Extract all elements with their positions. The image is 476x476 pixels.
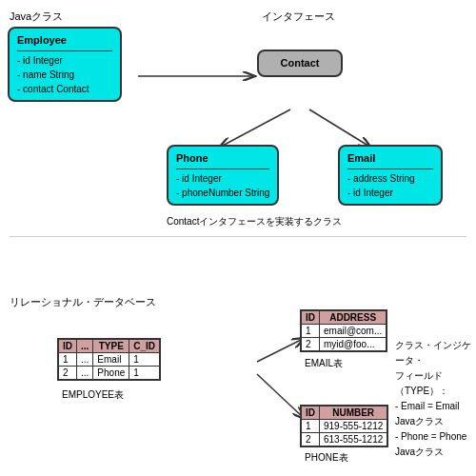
- table-row: 2 613-555-1212: [302, 433, 387, 446]
- phone-r2-c1: 2: [302, 433, 320, 446]
- email-r1-c1: 1: [302, 325, 320, 338]
- phone-th-1: ID: [302, 407, 320, 420]
- phone-field-1: - id Integer: [176, 171, 269, 186]
- email-field-1: - address String: [347, 171, 433, 186]
- emp-r2-c2: ...: [77, 367, 93, 380]
- emp-th-2: ...: [77, 340, 93, 353]
- emp-th-1: ID: [59, 340, 77, 353]
- employee-table: ID ... TYPE C_ID 1 ... Email 1 2 ... Pho…: [57, 338, 161, 381]
- emp-r2-c3: Phone: [93, 367, 129, 380]
- contact-box: Contact: [257, 50, 343, 77]
- ci-email: - Email = Email Javaクラス: [395, 399, 476, 429]
- email-table-label: EMAIL表: [305, 357, 343, 370]
- email-field-2: - id Integer: [347, 186, 433, 200]
- emp-th-3: TYPE: [93, 340, 129, 353]
- emp-r1-c2: ...: [77, 353, 93, 367]
- phone-r1-c1: 1: [302, 420, 320, 433]
- table-row: 2 ... Phone 1: [59, 367, 160, 380]
- implement-label: Contactインタフェースを実装するクラス: [167, 215, 342, 228]
- phone-th-2: NUMBER: [320, 407, 387, 420]
- svg-line-3: [257, 338, 305, 362]
- email-title: Email: [347, 150, 433, 169]
- db-label: リレーショナル・データベース: [10, 295, 156, 309]
- phone-box: Phone - id Integer - phoneNumber String: [167, 145, 279, 206]
- email-th-2: ADDRESS: [320, 311, 387, 325]
- employee-box: Employee - id Integer - name String - co…: [8, 27, 122, 102]
- table-row: 1 ... Email 1: [59, 353, 160, 367]
- email-fields: - address String - id Integer: [347, 171, 433, 200]
- email-r2-c1: 2: [302, 338, 320, 351]
- email-r1-c2: email@com...: [320, 325, 387, 338]
- emp-r2-c4: 1: [129, 367, 160, 380]
- employee-table-label: EMPLOYEE表: [62, 388, 124, 402]
- section-divider: [10, 236, 466, 237]
- employee-field-2: - name String: [17, 68, 112, 82]
- table-row: 1 email@com...: [302, 325, 387, 338]
- email-th-1: ID: [302, 311, 320, 325]
- contact-title: Contact: [267, 55, 333, 71]
- phone-field-2: - phoneNumber String: [176, 186, 269, 200]
- svg-line-4: [257, 374, 305, 419]
- svg-line-2: [309, 109, 371, 148]
- email-table: ID ADDRESS 1 email@com... 2 myid@foo...: [300, 309, 387, 352]
- employee-fields: - id Integer - name String - contact Con…: [17, 53, 112, 96]
- svg-line-1: [219, 109, 290, 148]
- ci-phone: - Phone = Phone Javaクラス: [395, 429, 476, 460]
- employee-field-1: - id Integer: [17, 53, 112, 68]
- java-label: Javaクラス: [10, 10, 63, 24]
- ci-label2: フィールド（TYPE）：: [395, 368, 476, 399]
- employee-field-3: - contact Contact: [17, 82, 112, 96]
- diagram-container: Javaクラス Employee - id Integer - name Str…: [0, 0, 476, 476]
- phone-r1-c2: 919-555-1212: [320, 420, 387, 433]
- phone-fields: - id Integer - phoneNumber String: [176, 171, 269, 200]
- phone-title: Phone: [176, 150, 269, 169]
- email-r2-c2: myid@foo...: [320, 338, 387, 351]
- emp-r1-c1: 1: [59, 353, 77, 367]
- emp-r2-c1: 2: [59, 367, 77, 380]
- interface-label: インタフェース: [262, 10, 335, 24]
- table-row: 2 myid@foo...: [302, 338, 387, 351]
- phone-table: ID NUMBER 1 919-555-1212 2 613-555-1212: [300, 405, 388, 447]
- class-indicator: クラス・インジケータ・ フィールド（TYPE）： - Email = Email…: [395, 338, 476, 460]
- employee-title: Employee: [17, 32, 112, 51]
- table-row: 1 919-555-1212: [302, 420, 387, 433]
- emp-r1-c4: 1: [129, 353, 160, 367]
- emp-th-4: C_ID: [129, 340, 160, 353]
- phone-table-label: PHONE表: [305, 451, 348, 465]
- phone-r2-c2: 613-555-1212: [320, 433, 387, 446]
- email-box: Email - address String - id Integer: [338, 145, 443, 206]
- emp-r1-c3: Email: [93, 353, 129, 367]
- ci-label1: クラス・インジケータ・: [395, 338, 476, 368]
